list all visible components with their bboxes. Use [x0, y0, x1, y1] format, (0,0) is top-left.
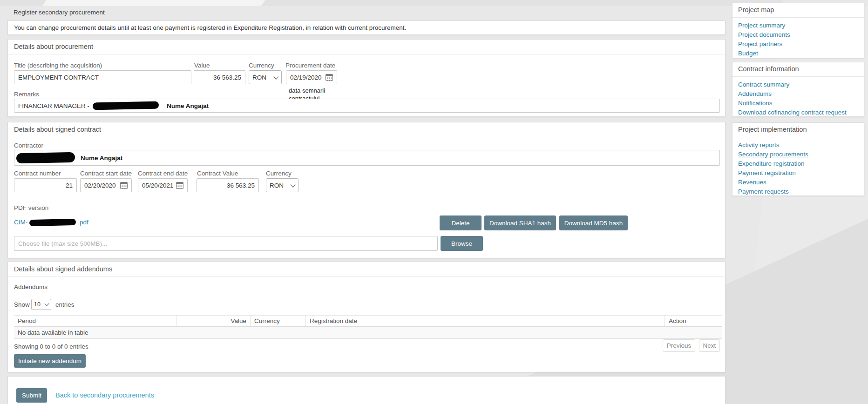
column-header-action[interactable]: Action — [665, 316, 722, 326]
contract-currency-select[interactable]: RON — [266, 178, 298, 192]
contract-start-label: Contract start date — [80, 170, 132, 177]
sidebar-item-payment-registration[interactable]: Payment registration — [738, 168, 858, 178]
download-sha1-button[interactable]: Download SHA1 hash — [484, 215, 556, 230]
info-message-bar: You can change procurement details until… — [7, 20, 726, 35]
sidebar-section-title: Contract information — [732, 62, 864, 77]
contractor-input[interactable]: Nume Angajat — [14, 150, 720, 166]
redaction-mark — [93, 101, 159, 110]
addendums-label: Addendums — [14, 283, 47, 290]
contract-end-input[interactable]: 05/20/2021 — [138, 178, 188, 192]
sidebar-item-budget[interactable]: Budget — [738, 49, 858, 58]
procurement-currency-value: RON — [252, 74, 266, 81]
contract-end-value: 05/20/2021 — [142, 182, 174, 189]
sidebar-item-expenditure-registration[interactable]: Expenditure registration — [738, 159, 858, 168]
sidebar-project-implementation: Project implementation Activity reports … — [732, 122, 864, 196]
pdf-version-label: PDF version — [14, 204, 48, 211]
choose-file-input[interactable] — [14, 236, 438, 251]
sidebar-item-project-documents[interactable]: Project documents — [738, 30, 858, 40]
procurement-section-title: Details about procurement — [8, 40, 725, 54]
procurement-date-input[interactable]: 02/19/2020 — [286, 70, 337, 84]
download-md5-button[interactable]: Download MD5 hash — [559, 215, 628, 230]
sidebar-item-activity-reports[interactable]: Activity reports — [738, 141, 858, 150]
show-label: Show — [14, 301, 30, 308]
calendar-icon[interactable] — [326, 74, 333, 81]
calendar-icon[interactable] — [176, 182, 183, 189]
initiate-addendum-button[interactable]: Initiate new addendum — [14, 354, 86, 368]
sidebar-item-project-partners[interactable]: Project partners — [738, 40, 858, 49]
contract-panel: Details about signed contract Contractor… — [7, 122, 726, 258]
contract-start-input[interactable]: 02/20/2020 — [80, 178, 132, 192]
info-message-text: You can change procurement details until… — [8, 21, 725, 34]
procurement-value-input[interactable] — [194, 70, 245, 84]
sidebar-item-contract-summary[interactable]: Contract summary — [738, 80, 858, 89]
table-empty-row: No data available in table — [14, 327, 722, 339]
pdf-link-suffix: .pdf — [78, 219, 88, 226]
sidebar-item-payment-requests[interactable]: Payment requests — [738, 187, 858, 196]
showing-entries-text: Showing 0 to 0 of 0 entries — [14, 343, 88, 350]
addendums-table: Period Value Currency Registration date … — [14, 315, 722, 339]
remarks-annotation: Nume Angajat — [167, 102, 209, 109]
sidebar-item-download-cofinancing[interactable]: Download cofinancing contract request — [738, 108, 858, 117]
procurement-currency-label: Currency — [249, 62, 274, 69]
back-to-secondary-procurements-link[interactable]: Back to secondary procurements — [55, 391, 154, 399]
sidebar-item-secondary-procurements[interactable]: Secondary procurements — [738, 150, 858, 159]
chevron-down-icon — [273, 74, 278, 79]
sidebar-links: Activity reports Secondary procurements … — [732, 137, 864, 201]
chevron-down-icon — [290, 182, 295, 187]
sidebar-item-notifications[interactable]: Notifications — [738, 99, 858, 108]
sidebar-item-addendums[interactable]: Addendums — [738, 89, 858, 99]
remarks-text: FINANCIAR MANAGER - — [18, 102, 89, 109]
procurement-date-value: 02/19/2020 — [290, 74, 322, 81]
remarks-input[interactable]: FINANCIAR MANAGER - Nume Angajat — [14, 99, 720, 113]
chevron-down-icon — [45, 302, 49, 306]
sidebar-project-map: Project map Project summary Project docu… — [732, 3, 864, 58]
procurement-date-label: Procurement date — [285, 62, 335, 69]
column-header-currency[interactable]: Currency — [251, 316, 306, 326]
sidebar-links: Project summary Project documents Projec… — [732, 18, 864, 62]
contract-start-value: 02/20/2020 — [84, 182, 116, 189]
table-header-row: Period Value Currency Registration date … — [14, 315, 722, 327]
addendums-section-title: Details about signed addendums — [8, 262, 725, 277]
procurement-title-input[interactable] — [14, 70, 191, 84]
submit-button[interactable]: Submit — [16, 388, 47, 403]
page-title: Register secondary procurement — [14, 9, 105, 16]
column-header-value[interactable]: Value — [176, 316, 251, 326]
contract-section-title: Details about signed contract — [8, 122, 725, 137]
contract-value-input[interactable] — [197, 178, 259, 192]
sidebar-links: Contract summary Addendums Notifications… — [732, 77, 864, 121]
pdf-link-prefix: CIM- — [14, 219, 27, 226]
sidebar-section-title: Project map — [732, 3, 864, 18]
contract-currency-value: RON — [270, 182, 284, 189]
procurement-value-label: Value — [194, 62, 210, 69]
procurement-currency-select[interactable]: RON — [249, 70, 282, 84]
sidebar-item-revenues[interactable]: Revenues — [738, 178, 858, 187]
previous-page-button[interactable]: Previous — [663, 339, 695, 352]
contract-currency-label: Currency — [266, 170, 292, 177]
calendar-icon[interactable] — [120, 182, 128, 189]
browse-button[interactable]: Browse — [441, 236, 483, 251]
sidebar-item-project-summary[interactable]: Project summary — [738, 21, 858, 30]
sidebar-contract-information: Contract information Contract summary Ad… — [732, 62, 864, 117]
column-header-registration-date[interactable]: Registration date — [306, 316, 665, 326]
contractor-annotation: Nume Angajat — [81, 155, 122, 162]
footer-panel: Submit Back to secondary procurements — [7, 376, 726, 404]
contract-end-label: Contract end date — [138, 170, 188, 177]
background-diagonal — [42, 0, 265, 6]
pdf-file-link[interactable]: CIM- .pdf — [14, 219, 88, 226]
contract-number-input[interactable] — [14, 178, 77, 192]
next-page-button[interactable]: Next — [699, 339, 720, 352]
delete-button[interactable]: Delete — [440, 215, 481, 230]
redaction-mark — [16, 152, 75, 164]
page-size-select[interactable]: 10 — [31, 299, 51, 310]
procurement-panel: Details about procurement Title (describ… — [7, 39, 726, 117]
contract-number-label: Contract number — [14, 170, 61, 177]
remarks-label: Remarks — [14, 91, 39, 98]
entries-label: entries — [55, 301, 75, 308]
redaction-mark — [29, 218, 76, 226]
addendums-panel: Details about signed addendums Addendums… — [7, 262, 726, 372]
sidebar-section-title: Project implementation — [732, 123, 864, 137]
column-header-period[interactable]: Period — [14, 316, 176, 326]
contractor-label: Contractor — [14, 142, 43, 149]
page: Register secondary procurement You can c… — [0, 0, 868, 404]
procurement-title-label: Title (describing the acquisition) — [14, 62, 102, 69]
